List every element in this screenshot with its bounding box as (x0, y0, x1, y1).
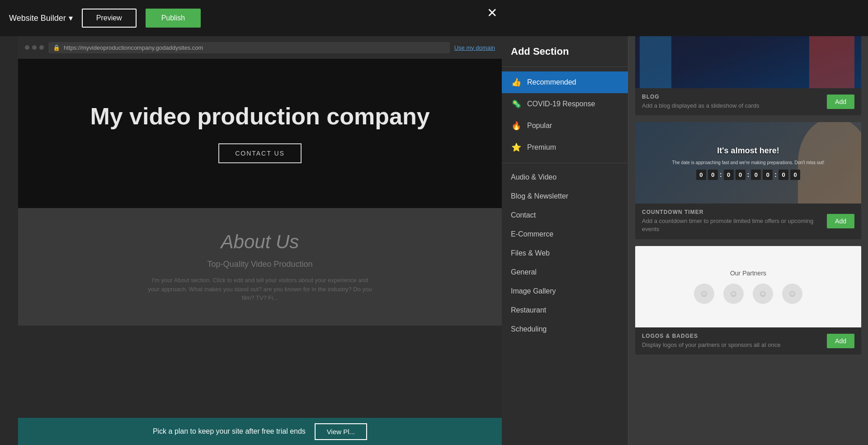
top-bar: Website Builder ▾ Preview Publish (0, 0, 868, 36)
countdown-d5: 0 (751, 170, 761, 180)
use-domain-link[interactable]: Use my domain (454, 44, 495, 51)
about-description: I'm your About section. Click to edit an… (147, 276, 373, 303)
blog-card-info: BLOG Add a blog displayed as a slideshow… (635, 88, 861, 115)
logos-card-description: Display logos of your partners or sponso… (642, 341, 822, 349)
sidebar-divider (502, 66, 628, 67)
close-button[interactable]: ✕ (487, 7, 497, 19)
countdown-sep2: : (747, 171, 750, 178)
hero-cta-button[interactable]: CONTACT US (218, 143, 302, 163)
countdown-d3: 0 (724, 170, 734, 180)
sidebar-category-general[interactable]: General (502, 263, 628, 282)
blog-card-text: BLOG Add a blog displayed as a slideshow… (642, 94, 822, 110)
brand-name: Website Builder (9, 14, 66, 23)
countdown-add-button[interactable]: Add (827, 214, 854, 228)
countdown-d8: 0 (790, 170, 800, 180)
sidebar-category-files[interactable]: Files & Web (502, 244, 628, 263)
browser-dot-3 (39, 45, 44, 50)
popular-icon: 🔥 (511, 120, 522, 131)
sidebar-item-popular-label: Popular (527, 122, 552, 130)
about-subtitle: Top-Quality Video Production (208, 260, 313, 269)
hero-title: My video production company (90, 104, 429, 129)
lock-icon: 🔒 (53, 44, 60, 51)
countdown-card-name: COUNTDOWN TIMER (642, 209, 822, 215)
sidebar-category-scheduling[interactable]: Scheduling (502, 320, 628, 339)
logos-add-button[interactable]: Add (827, 334, 854, 348)
covid-icon: 🦠 (511, 99, 522, 109)
logo-placeholder-4: ☺ (782, 284, 802, 304)
panel-section-title: Add Section (502, 41, 628, 64)
hero-content: My video production company CONTACT US (90, 104, 429, 163)
hero-section: My video production company CONTACT US (18, 59, 502, 208)
blog-card-name: BLOG (642, 94, 822, 100)
about-title: About Us (221, 231, 299, 253)
blog-add-button[interactable]: Add (827, 95, 854, 109)
panel-content: My Blog BLOG Add a blog displayed as a s… (628, 0, 868, 445)
sidebar-item-covid-label: COVID-19 Response (527, 100, 595, 108)
countdown-d2: 0 (708, 170, 718, 180)
url-text: https://myvideoproductioncompany.godaddy… (64, 44, 203, 51)
logos-preview-title: Our Partners (730, 270, 766, 277)
sidebar-item-recommended[interactable]: 👍 Recommended (502, 71, 628, 93)
sidebar-item-premium-label: Premium (527, 143, 556, 151)
countdown-preview-overlay: It's almost here! The date is approachin… (635, 122, 861, 204)
blog-card-description: Add a blog displayed as a slideshow of c… (642, 102, 822, 110)
publish-button[interactable]: Publish (146, 9, 201, 28)
browser-dot-1 (25, 45, 29, 50)
countdown-card-image: It's almost here! The date is approachin… (635, 122, 861, 204)
logos-row: ☺ ☺ ☺ ☺ (694, 284, 802, 304)
logos-card-text: LOGOS & BADGES Display logos of your par… (642, 333, 822, 349)
countdown-section-card: It's almost here! The date is approachin… (635, 122, 861, 239)
add-section-panel: Add Section 👍 Recommended 🦠 COVID-19 Res… (502, 0, 868, 445)
brand-chevron: ▾ (69, 13, 73, 23)
browser-dots (25, 45, 44, 50)
countdown-d4: 0 (736, 170, 745, 180)
logo-placeholder-1: ☺ (694, 284, 714, 304)
sidebar-item-covid[interactable]: 🦠 COVID-19 Response (502, 93, 628, 115)
countdown-sep3: : (774, 171, 777, 178)
browser-bar: 🔒 https://myvideoproductioncompany.godad… (18, 36, 502, 59)
countdown-card-description: Add a countdown timer to promote limited… (642, 217, 822, 233)
recommended-icon: 👍 (511, 77, 522, 88)
sidebar-item-popular[interactable]: 🔥 Popular (502, 115, 628, 137)
logo-placeholder-3: ☺ (753, 284, 773, 304)
sidebar-category-image-gallery[interactable]: Image Gallery (502, 282, 628, 301)
countdown-card-text: COUNTDOWN TIMER Add a countdown timer to… (642, 209, 822, 233)
logos-section-card: Our Partners ☺ ☺ ☺ ☺ LOGOS & BADGES Disp… (635, 246, 861, 355)
preview-button[interactable]: Preview (82, 9, 137, 28)
sidebar-category-audio-video[interactable]: Audio & Video (502, 168, 628, 187)
countdown-d1: 0 (696, 170, 706, 180)
countdown-digits: 0 0 : 0 0 : 0 0 : 0 0 (696, 170, 800, 180)
sidebar-category-ecommerce[interactable]: E-Commerce (502, 225, 628, 244)
sidebar-category-blog[interactable]: Blog & Newsletter (502, 187, 628, 206)
browser-dot-2 (32, 45, 37, 50)
sidebar-category-restaurant[interactable]: Restaurant (502, 301, 628, 320)
sidebar-divider-2 (502, 163, 628, 163)
logos-card-image: Our Partners ☺ ☺ ☺ ☺ (635, 246, 861, 327)
bottom-bar-text: Pick a plan to keep your site after free… (153, 427, 306, 436)
logo-placeholder-2: ☺ (723, 284, 744, 304)
countdown-card-info: COUNTDOWN TIMER Add a countdown timer to… (635, 204, 861, 239)
countdown-preview-subtitle: The date is approaching fast and we're m… (672, 160, 825, 165)
browser-url-bar: 🔒 https://myvideoproductioncompany.godad… (48, 42, 450, 53)
countdown-d7: 0 (778, 170, 788, 180)
view-plans-button[interactable]: View Pl... (315, 423, 367, 440)
bottom-bar: Pick a plan to keep your site after free… (18, 418, 502, 445)
countdown-sep1: : (720, 171, 722, 178)
countdown-d6: 0 (763, 170, 773, 180)
logos-card-info: LOGOS & BADGES Display logos of your par… (635, 327, 861, 355)
sidebar-item-recommended-label: Recommended (527, 78, 576, 86)
sidebar-category-contact[interactable]: Contact (502, 206, 628, 225)
brand-title: Website Builder ▾ (9, 13, 73, 23)
premium-icon: ⭐ (511, 142, 522, 153)
logos-card-name: LOGOS & BADGES (642, 333, 822, 339)
sidebar-item-premium[interactable]: ⭐ Premium (502, 137, 628, 158)
countdown-preview-title: It's almost here! (717, 146, 779, 156)
about-section: About Us Top-Quality Video Production I'… (18, 208, 502, 326)
panel-sidebar: Add Section 👍 Recommended 🦠 COVID-19 Res… (502, 0, 628, 445)
